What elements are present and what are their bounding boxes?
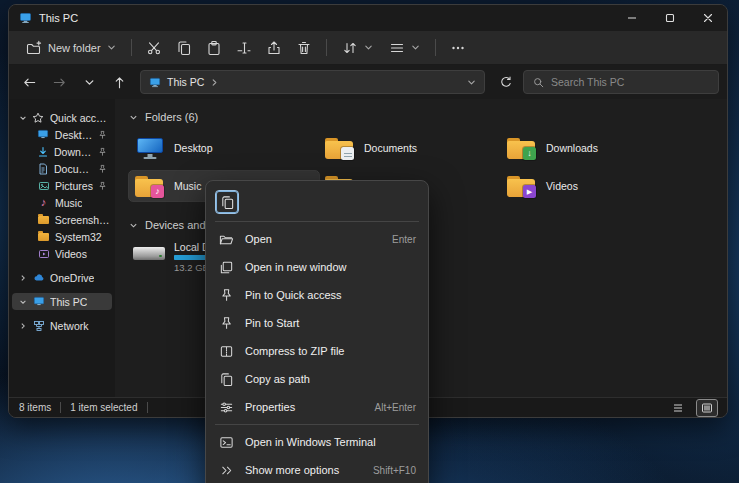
downloads-icon [37,146,49,158]
address-bar[interactable]: This PC [140,70,485,94]
menu-item-compress-to-zip[interactable]: Compress to ZIP file [206,337,428,365]
music-folder-icon: ♪ [135,174,165,198]
copy-button[interactable] [170,35,198,61]
search-input[interactable] [551,76,710,88]
menu-item-label: Open in new window [245,261,347,273]
view-button[interactable] [382,35,427,61]
menu-item-open[interactable]: Open Enter [206,225,428,253]
sidebar-item-this-pc[interactable]: This PC [12,293,112,310]
rename-button[interactable] [230,35,258,61]
forward-button[interactable] [47,70,72,95]
folder-tile-desktop[interactable]: Desktop [129,133,319,163]
sidebar-item-desktop[interactable]: Desktop [12,126,112,143]
menu-item-properties[interactable]: Properties Alt+Enter [206,393,428,421]
window-controls [613,5,727,31]
sidebar-item-downloads[interactable]: Downloads [12,143,112,160]
menu-item-shortcut: Alt+Enter [375,402,416,413]
menu-item-label: Pin to Start [245,317,299,329]
folder-icon [37,216,50,224]
sidebar-item-label: Desktop [55,129,93,141]
sidebar-item-pictures[interactable]: Pictures [12,177,112,194]
selection-count: 1 item selected [70,402,137,413]
new-window-icon [218,260,234,275]
sidebar-item-onedrive[interactable]: OneDrive [12,269,112,286]
new-folder-icon [26,40,42,56]
more-options-button[interactable] [444,35,472,61]
paste-button[interactable] [200,35,228,61]
close-button[interactable] [689,5,727,31]
folders-section-header[interactable]: Folders (6) [129,107,721,127]
minimize-button[interactable] [613,5,651,31]
pin-icon [98,164,107,174]
cut-button[interactable] [140,35,168,61]
sidebar-item-network[interactable]: Network [12,317,112,334]
zip-icon [218,344,234,359]
onedrive-icon [32,272,45,283]
details-view-button[interactable] [668,400,688,416]
pin-icon [98,147,107,157]
sidebar-item-screenshots[interactable]: Screenshots [12,211,112,228]
sidebar-item-documents[interactable]: Documents [12,160,112,177]
share-button[interactable] [260,35,288,61]
folder-icon [37,233,50,241]
search-box[interactable] [523,70,719,94]
folders-section-label: Folders (6) [145,111,198,123]
toolbar-separator [435,39,436,56]
folder-tile-documents[interactable]: Documents [319,133,501,163]
large-thumbnails-view-button[interactable] [697,400,717,416]
music-icon: ♪ [37,197,50,208]
recent-locations-button[interactable] [77,70,102,95]
menu-item-open-in-windows-terminal[interactable]: Open in Windows Terminal [206,428,428,456]
back-button[interactable] [17,70,42,95]
chevron-down-icon [107,43,116,52]
sidebar: Quick access Desktop Downloads Documents [9,99,115,397]
menu-item-label: Copy as path [245,373,310,385]
terminal-icon [218,435,234,450]
this-pc-icon [32,296,45,307]
downloads-folder-icon: ↓ [507,136,537,160]
menu-item-show-more-options[interactable]: Show more options Shift+F10 [206,456,428,483]
breadcrumb[interactable]: This PC [167,76,204,88]
document-icon [37,163,49,175]
this-pc-icon [149,77,161,88]
menu-item-copy-as-path[interactable]: Copy as path [206,365,428,393]
videos-icon [37,248,50,260]
pin-icon [98,130,107,140]
sidebar-item-label: Network [50,320,89,332]
delete-button[interactable] [290,35,318,61]
maximize-button[interactable] [651,5,689,31]
up-button[interactable] [107,70,132,95]
chevron-right-icon[interactable] [210,78,219,87]
menu-separator [215,221,419,222]
sidebar-item-music[interactable]: ♪ Music [12,194,112,211]
folder-tile-videos[interactable]: ▶ Videos [501,171,683,201]
folder-tile-label: Music [174,180,201,192]
sort-button[interactable] [335,35,380,61]
sidebar-item-videos[interactable]: Videos [12,245,112,262]
menu-item-pin-to-start[interactable]: Pin to Start [206,309,428,337]
menu-separator [215,424,419,425]
refresh-button[interactable] [493,70,518,95]
status-divider [60,402,61,413]
menu-item-label: Open in Windows Terminal [245,436,376,448]
chevron-down-icon [411,43,420,52]
properties-icon [218,400,234,415]
new-folder-button[interactable]: New folder [19,35,123,61]
folder-tile-label: Videos [546,180,578,192]
sidebar-item-quick-access[interactable]: Quick access [12,109,112,126]
sidebar-item-system32[interactable]: System32 [12,228,112,245]
menu-item-pin-to-quick-access[interactable]: Pin to Quick access [206,281,428,309]
desktop-icon [37,129,50,140]
titlebar[interactable]: This PC [9,5,727,31]
chevron-down-icon [364,43,373,52]
menu-item-label: Properties [245,401,295,413]
view-icon [389,40,405,56]
address-dropdown-icon[interactable] [467,78,476,87]
drive-icon [133,241,165,267]
folder-tile-downloads[interactable]: ↓ Downloads [501,133,683,163]
menu-item-open-in-new-window[interactable]: Open in new window [206,253,428,281]
videos-folder-icon: ▶ [507,174,537,198]
copy-button[interactable] [215,190,239,214]
chevron-down-icon [129,221,138,230]
sort-icon [342,40,358,56]
